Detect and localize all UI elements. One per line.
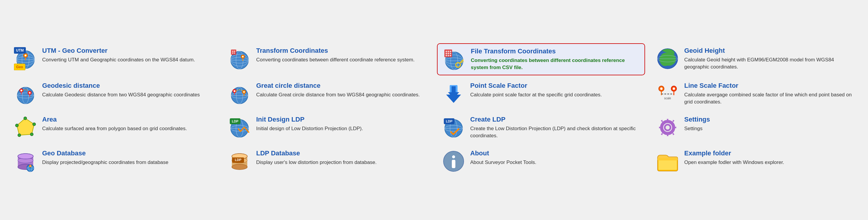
card-content-init-ldp: Init Design LDP Initial design of Low Di… [256, 116, 426, 132]
svg-rect-21 [234, 52, 235, 54]
card-geodesic-distance[interactable]: E Geodesic distance Calculate Geodesic d… [9, 78, 217, 109]
card-transform-coordinates[interactable]: Transform Coordinates Converting coordin… [223, 43, 431, 75]
card-content-point-scale: Point Scale Factor Calculate point scale… [470, 82, 640, 99]
card-content-settings: Settings Settings [684, 116, 854, 132]
area-icon [14, 116, 37, 139]
card-area[interactable]: Area Calculate surfaced area from polygo… [9, 112, 217, 143]
card-desc-init-ldp: Initial design of Low Distortion Project… [256, 125, 426, 132]
card-content-geodesic: Geodesic distance Calculate Geodesic dis… [42, 82, 212, 99]
svg-rect-17 [231, 49, 236, 55]
svg-rect-39 [450, 55, 451, 56]
main-grid: UTM Geo UTM - Geo Converter Converting U… [0, 37, 868, 183]
card-about[interactable]: About About Surveyor Pocket Tools. [437, 146, 645, 177]
card-title-great-circle: Great circle distance [256, 82, 426, 89]
svg-point-86 [30, 133, 33, 136]
card-title-transform: Transform Coordinates [256, 47, 426, 54]
line-scale-icon: scale [656, 82, 680, 106]
svg-point-85 [33, 123, 36, 126]
card-content-transform: Transform Coordinates Converting coordin… [256, 47, 426, 64]
svg-text:LDP: LDP [232, 119, 238, 123]
svg-point-84 [24, 117, 27, 120]
card-content-area: Area Calculate surfaced area from polygo… [42, 116, 212, 132]
card-title-geodesic: Geodesic distance [42, 82, 212, 89]
card-great-circle-distance[interactable]: S Great circle distance Calculate Great … [223, 78, 431, 109]
svg-point-80 [673, 87, 675, 90]
card-title-geo-db: Geo Database [42, 149, 212, 157]
svg-rect-20 [232, 52, 233, 54]
card-create-ldp[interactable]: LDP Create LDP Create the Low Distortion… [437, 112, 645, 143]
card-desc-point-scale: Calculate point scale factor at the spec… [470, 91, 640, 99]
create-ldp-icon: LDP [442, 116, 465, 139]
svg-rect-38 [448, 55, 449, 56]
svg-point-23 [242, 56, 244, 58]
card-line-scale-factor[interactable]: scale Line Scale Factor Calculate averga… [651, 78, 859, 109]
card-utm-geo-converter[interactable]: UTM Geo UTM - Geo Converter Converting U… [9, 43, 217, 75]
geo-db-icon [14, 149, 37, 173]
card-settings[interactable]: Settings Settings [651, 112, 859, 143]
great-circle-icon: S [228, 82, 251, 106]
svg-text:Geo: Geo [16, 65, 23, 69]
geodesic-icon: E [14, 82, 37, 106]
svg-rect-133 [452, 160, 455, 168]
about-icon [442, 149, 465, 173]
svg-text:S: S [234, 90, 236, 93]
card-content-file-transform: File Transform Coordinates Converting co… [471, 47, 640, 71]
card-desc-transform: Converting coordinates between different… [256, 56, 426, 64]
card-content-folder: Example folder Open example fodler with … [684, 149, 854, 166]
card-desc-folder: Open example fodler with Windows explore… [684, 159, 854, 166]
utm-icon: UTM Geo [14, 47, 37, 71]
card-content-great-circle: Great circle distance Calculate Great ci… [256, 82, 426, 99]
card-title-geoid: Geoid Height [684, 47, 854, 54]
svg-point-68 [243, 91, 245, 93]
svg-point-132 [452, 155, 455, 158]
card-title-about: About [470, 149, 640, 157]
card-title-folder: Example folder [684, 149, 854, 157]
card-desc-ldp-db: Display user's low distortion projection… [256, 159, 426, 166]
card-desc-about: About Surveyor Pocket Tools. [470, 159, 640, 166]
svg-text:E: E [21, 89, 22, 92]
svg-rect-73 [452, 86, 456, 92]
svg-point-57 [29, 92, 31, 94]
svg-point-88 [16, 124, 19, 127]
svg-text:scale: scale [664, 97, 671, 100]
card-content-create-ldp: Create LDP Create the Low Distortion Pro… [470, 116, 640, 139]
ldp-db-icon: LDP [228, 149, 251, 173]
card-content-geoid: Geoid Height Calculate Geoid height with… [684, 47, 854, 71]
settings-icon [656, 116, 680, 139]
svg-text:UTM: UTM [16, 48, 24, 52]
svg-rect-37 [445, 55, 447, 56]
svg-rect-36 [450, 53, 451, 54]
card-title-ldp-db: LDP Database [256, 149, 426, 157]
svg-rect-31 [445, 51, 447, 52]
card-content-line-scale: Line Scale Factor Calculate avergage com… [684, 82, 854, 106]
svg-rect-19 [234, 51, 235, 52]
card-geoid-height[interactable]: Geoid Height Calculate Geoid height with… [651, 43, 859, 75]
file-transform-icon [442, 47, 466, 71]
card-desc-line-scale: Calculate avergage combined scale factor… [684, 91, 854, 106]
card-example-folder[interactable]: Example folder Open example fodler with … [651, 146, 859, 177]
svg-rect-135 [658, 159, 677, 170]
card-title-file-transform: File Transform Coordinates [471, 47, 640, 55]
card-content-ldp-db: LDP Database Display user's low distorti… [256, 149, 426, 166]
card-desc-area: Calculate surfaced area from polygon bas… [42, 125, 212, 132]
card-title-area: Area [42, 116, 212, 123]
card-point-scale-factor[interactable]: Point Scale Factor Calculate point scale… [437, 78, 645, 109]
card-title-utm: UTM - Geo Converter [42, 47, 212, 54]
svg-point-126 [232, 164, 247, 170]
card-ldp-database[interactable]: LDP LDP Database Display user's low dist… [223, 146, 431, 177]
card-file-transform-coordinates[interactable]: File Transform Coordinates Converting co… [437, 43, 645, 75]
card-init-design-ldp[interactable]: LDP Init Design LDP Initial design of Lo… [223, 112, 431, 143]
card-content-geo-db: Geo Database Display projected/geographi… [42, 149, 212, 166]
card-title-settings: Settings [684, 116, 854, 123]
svg-rect-32 [448, 51, 449, 52]
svg-rect-34 [445, 53, 447, 54]
card-geo-database[interactable]: Geo Database Display projected/geographi… [9, 146, 217, 177]
svg-point-76 [660, 87, 662, 90]
svg-point-118 [18, 154, 33, 159]
svg-rect-33 [450, 51, 451, 52]
svg-rect-35 [448, 53, 449, 54]
card-desc-utm: Converting UTM and Geographic coordinate… [42, 56, 212, 64]
geoid-icon [656, 47, 680, 71]
svg-text:LDP: LDP [446, 119, 453, 123]
card-desc-settings: Settings [684, 125, 854, 132]
